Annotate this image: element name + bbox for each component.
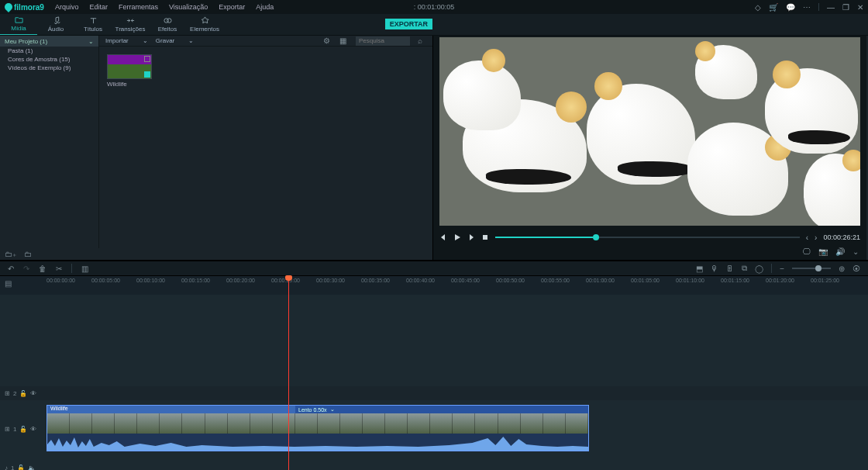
folder-item[interactable]: Pasta (1) — [8, 47, 98, 55]
menu-arquivo[interactable]: Arquivo — [55, 3, 79, 11]
chevron-down-icon: ⌄ — [188, 37, 194, 44]
timeline-ruler[interactable]: ▤ 00:00:00:0000:00:05:0000:00:10:0000:00… — [0, 276, 868, 295]
media-panel: Meu Projeto (1)⌄ Pasta (1) Cores de Amos… — [0, 36, 432, 260]
ruler-tick: 00:00:40:00 — [406, 278, 435, 283]
folder-item[interactable]: Vídeos de Exemplo (9) — [8, 64, 98, 72]
edit-tool-icon[interactable]: ▥ — [81, 264, 88, 273]
close-icon[interactable]: ✕ — [857, 3, 863, 12]
redo-icon[interactable]: ↷ — [23, 264, 29, 273]
chat-icon[interactable]: 💬 — [786, 3, 795, 12]
eye-icon[interactable]: 👁 — [30, 426, 36, 433]
track-manager-icon[interactable]: ▤ — [5, 279, 12, 288]
new-folder-icon[interactable]: 🗀₊ — [5, 250, 16, 258]
delete-icon[interactable]: 🗑 — [39, 264, 46, 273]
video-track-icon: ⊞ — [5, 426, 10, 433]
eye-icon[interactable]: 👁 — [30, 390, 36, 397]
media-thumbnail[interactable]: Wildlife — [107, 54, 152, 88]
tab-elementos[interactable]: Elementos — [186, 15, 223, 35]
svg-rect-2 — [483, 235, 487, 240]
tab-midia[interactable]: Mídia — [0, 14, 37, 35]
volume-icon[interactable]: 🔊 — [835, 247, 845, 260]
play-icon[interactable] — [453, 233, 461, 241]
mic-icon[interactable]: 🎙 — [711, 264, 718, 273]
playhead-line[interactable] — [288, 295, 289, 470]
track-audio1-header[interactable]: ♪ 1 🔓 🔈 — [0, 461, 43, 470]
search-icon[interactable]: ⌕ — [418, 36, 426, 45]
zoom-fit-icon[interactable]: ⦿ — [852, 264, 860, 273]
mixer-icon[interactable]: 🎚 — [726, 264, 734, 273]
timeline-clip[interactable]: Wildlife Lento 0.50x⌄ — [46, 405, 589, 451]
undo-icon[interactable]: ↶ — [8, 264, 14, 273]
clip-speed-bar[interactable]: Lento 0.50x⌄ — [295, 406, 588, 413]
ruler-tick: 00:01:10:00 — [676, 278, 704, 283]
view-grid-icon[interactable]: ▦ — [339, 36, 348, 45]
mute-icon[interactable]: 🔈 — [28, 465, 36, 471]
display-icon[interactable]: 🖵 — [803, 247, 811, 260]
ruler-tick: 00:01:20:00 — [766, 278, 794, 283]
lock-icon[interactable]: 🔓 — [19, 426, 27, 433]
lock-icon[interactable]: 🔓 — [19, 390, 27, 397]
ruler-tick: 00:00:20:00 — [226, 278, 255, 283]
snapshot-icon[interactable]: 📷 — [818, 247, 828, 260]
ruler-tick: 00:00:55:00 — [541, 278, 570, 283]
tab-transicoes[interactable]: Transições — [112, 15, 149, 35]
transitions-icon — [126, 16, 135, 25]
ruler-tick: 00:00:05:00 — [91, 278, 120, 283]
cut-icon[interactable]: ✂ — [56, 264, 62, 273]
preview-viewport[interactable] — [439, 37, 860, 226]
marker-icon[interactable]: ⬒ — [696, 264, 703, 273]
text-icon — [89, 16, 98, 25]
media-thumbnail-label: Wildlife — [107, 79, 152, 88]
preview-timecode: 00:00:26:21 — [823, 233, 860, 241]
render-icon[interactable]: ◯ — [755, 264, 763, 273]
record-dropdown[interactable]: Gravar⌄ — [156, 37, 194, 44]
app-logo: filmora9 — [5, 3, 44, 12]
ruler-tick: 00:00:10:00 — [136, 278, 165, 283]
maximize-icon[interactable]: ❐ — [842, 3, 849, 12]
filter-icon[interactable]: ⚙ — [323, 36, 332, 45]
effects-icon — [164, 16, 172, 25]
search-input[interactable] — [356, 36, 410, 46]
crop-icon[interactable]: ⧉ — [742, 264, 747, 273]
menu-ajuda[interactable]: Ajuda — [256, 3, 274, 11]
menu-exportar[interactable]: Exportar — [219, 3, 245, 11]
folder-item[interactable]: Cores de Amostra (15) — [8, 55, 98, 64]
tab-efeitos[interactable]: Efeitos — [149, 15, 186, 35]
titlebar-timecode: : 00:01:00:05 — [414, 3, 455, 11]
menu-ferramentas[interactable]: Ferramentas — [119, 3, 158, 11]
minimize-icon[interactable]: — — [827, 3, 835, 12]
zoom-out-icon[interactable]: − — [780, 264, 784, 273]
cart-icon[interactable]: 🛒 — [769, 3, 778, 12]
user-icon[interactable]: ◇ — [755, 3, 761, 12]
menu-editar[interactable]: Editar — [89, 3, 108, 11]
lock-icon[interactable]: 🔓 — [17, 465, 25, 471]
folder-icon[interactable]: 🗀 — [24, 250, 32, 258]
track-video2-header[interactable]: ⊞ 2 🔓 👁 — [0, 386, 43, 400]
import-dropdown[interactable]: Importar⌄ — [105, 37, 148, 44]
ruler-tick: 00:00:30:00 — [316, 278, 345, 283]
export-button[interactable]: EXPORTAR — [385, 19, 432, 29]
clip-name: Wildlife — [50, 406, 68, 411]
ruler-tick: 00:01:05:00 — [631, 278, 660, 283]
settings-icon[interactable]: ⋯ — [803, 3, 811, 12]
tab-audio[interactable]: Áudio — [37, 15, 74, 35]
ruler-tick: 00:00:15:00 — [181, 278, 210, 283]
step-forward-icon[interactable] — [467, 233, 475, 241]
ruler-tick: 00:01:15:00 — [721, 278, 749, 283]
zoom-slider[interactable] — [792, 268, 831, 269]
prev-frame-icon[interactable]: ‹ — [806, 233, 808, 242]
folder-icon — [15, 16, 23, 24]
stop-icon[interactable] — [481, 233, 489, 241]
tab-titulos[interactable]: Títulos — [74, 15, 112, 35]
project-header[interactable]: Meu Projeto (1)⌄ — [0, 36, 98, 47]
timeline-tracks: ⊞ 2 🔓 👁 ⊞ 1 🔓 👁 ♪ 1 🔓 🔈 Wildl — [0, 295, 868, 470]
settings-preview-icon[interactable]: ⌄ — [852, 247, 859, 260]
preview-progress[interactable] — [495, 237, 800, 238]
track-video1-header[interactable]: ⊞ 1 🔓 👁 — [0, 405, 43, 453]
next-frame-icon[interactable]: › — [815, 233, 817, 242]
audio-track-icon: ♪ — [5, 465, 8, 471]
menu-visualizacao[interactable]: Visualização — [169, 3, 208, 11]
tool-tabs: Mídia Áudio Títulos Transições Efeitos E… — [0, 14, 868, 36]
zoom-in-icon[interactable]: ⊕ — [839, 264, 845, 273]
step-back-icon[interactable] — [439, 233, 447, 241]
